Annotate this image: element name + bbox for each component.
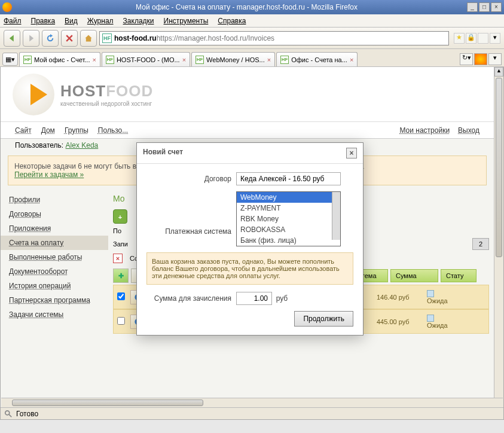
back-button[interactable] [4,30,20,47]
menu-tools[interactable]: Инструменты [164,17,209,25]
menu-help[interactable]: Справка [218,17,246,25]
site-header: HOSTFOOD качественный недорогой хостинг [1,67,494,122]
home-button[interactable] [80,30,97,47]
menu-edit[interactable]: Правка [31,17,56,25]
dialog-titlebar[interactable]: Новий счет × [137,143,363,164]
cell-sum: 445.00 руб [373,316,421,328]
extension-button[interactable] [474,53,487,65]
h-scroll-thumb[interactable] [12,400,203,406]
reload-button[interactable] [42,30,59,47]
site-top-nav: Сайт Дом Группы Пользо... Мои настройки … [1,122,494,139]
tab-favicon: HF [23,56,32,64]
horizontal-scrollbar[interactable] [1,398,503,407]
nav-settings[interactable]: Мои настройки [399,126,450,135]
menu-file[interactable]: Файл [4,17,22,25]
user-link[interactable]: Alex Keda [66,141,99,150]
sidebar-item[interactable]: Документооборот [1,264,108,279]
sidebar-item[interactable]: Профили [1,193,108,207]
dialog-close-button[interactable]: × [346,148,357,158]
lock-icon: 🔒 [466,33,476,44]
sidebar-item[interactable]: Счета на оплату [1,236,108,250]
amount-label: Сумма для зачисления [146,292,236,303]
row-checkbox[interactable] [114,317,128,326]
menu-bookmarks[interactable]: Закладки [123,17,154,25]
sidebar-item[interactable]: Договоры [1,207,108,221]
url-path: https://manager.host-food.ru/Invoices [157,34,274,42]
brand-name: HOSTFOOD [60,82,153,100]
tab-list-button[interactable]: ▦▾ [2,53,18,66]
paysystem-select[interactable]: WebMoneyZ-PAYMENTRBK MoneyROBOKASSAБанк … [236,191,341,246]
nav-site[interactable]: Сайт [15,126,32,135]
status-text: Готово [16,410,38,418]
scroll-thumb[interactable] [496,78,502,257]
settings-icon[interactable] [478,33,488,44]
left-sidebar: ПрофилиДоговорыПриложенияСчета на оплату… [1,189,108,336]
amount-unit: руб [276,294,288,303]
sidebar-item[interactable]: Выполненные работы [1,250,108,264]
vertical-scrollbar[interactable]: ▲ ▼ [494,67,503,419]
sidebar-item[interactable]: Партнерская программа [1,293,108,307]
warning-link[interactable]: Перейти к задачам » [14,170,84,179]
tab-favicon: HF [106,56,114,64]
nav-users[interactable]: Пользо... [98,126,128,135]
browser-tab-1[interactable]: HF Мой офис - Счет... × [19,52,100,66]
scroll-up-button[interactable]: ▲ [494,67,503,77]
maximize-button[interactable]: □ [479,2,490,12]
cell-sum: 146.40 руб [373,291,421,303]
menu-bar: Файл Правка Вид Журнал Закладки Инструме… [0,14,504,28]
paysystem-option[interactable]: Банк (физ. лица) [237,235,340,246]
col-status[interactable]: Стату [441,269,476,282]
paysystem-label: Платежная система [146,191,236,236]
tab-close-icon[interactable]: × [267,56,271,63]
nav-groups[interactable]: Группы [65,126,88,135]
menu-view[interactable]: Вид [65,17,78,25]
tab-close-icon[interactable]: × [350,56,353,63]
clear-icon[interactable]: × [113,254,123,263]
stop-button[interactable] [61,30,78,47]
sidebar-item[interactable]: История операций [1,279,108,293]
reload-tab-button[interactable]: ↻▾ [460,53,473,65]
amount-input[interactable] [236,292,272,305]
row-checkbox[interactable] [114,292,128,301]
tab-close-icon[interactable]: × [92,56,96,63]
nav-toolbar: HF host-food.ru https://manager.host-foo… [0,28,504,49]
nav-home[interactable]: Дом [41,126,55,135]
col-sum[interactable]: Сумма [390,269,438,282]
empty-cart-notice: Ваша корзина заказов пуста, однако, Вы м… [146,252,353,285]
new-invoice-dialog: Новий счет × Договор Платежная система W… [136,142,364,336]
arrow-icon [30,84,47,105]
browser-tab-4[interactable]: HF Офис - Счета на... × [276,52,358,66]
search-icon [4,410,13,418]
address-bar[interactable]: HF host-food.ru https://manager.host-foo… [99,31,449,45]
svg-line-15 [9,414,11,416]
page-2-button[interactable]: 2 [472,238,489,250]
forward-button[interactable] [23,30,39,47]
new-tab-button[interactable]: ▾ [488,53,502,65]
browser-tab-3[interactable]: HF WebMoney / HOS... × [191,52,275,66]
paysystem-option[interactable]: ROBOKASSA [237,224,340,235]
favorite-icon[interactable]: ★ [454,33,465,44]
paysystem-option[interactable]: RBK Money [237,214,340,224]
menu-history[interactable]: Журнал [87,17,114,25]
close-window-button[interactable]: × [491,2,502,12]
dropdown-icon[interactable]: ▾ [490,33,500,44]
grid-add-button[interactable]: ✚ [113,269,129,283]
minimize-button[interactable]: _ [467,2,478,12]
paysystem-option[interactable]: WebMoney [237,192,340,203]
brand-tagline: качественный недорогой хостинг [60,100,153,107]
sidebar-item[interactable]: Задачи системы [1,307,108,322]
select-scrollbar[interactable] [332,192,340,240]
search-prefix: По [113,227,121,234]
browser-tab-2[interactable]: HF HOST-FOOD - (MO... × [102,52,190,66]
add-button[interactable]: + [113,209,127,224]
svg-point-14 [5,410,10,414]
paysystem-option[interactable]: Z-PAYMENT [237,203,340,214]
status-bar: Готово [1,407,503,419]
continue-button[interactable]: Продолжить [294,311,353,327]
records-prefix: Запи [113,240,128,248]
tab-close-icon[interactable]: × [182,56,186,63]
contract-input[interactable] [236,172,341,185]
nav-logout[interactable]: Выход [458,126,479,135]
tab-label: Офис - Счета на... [291,56,347,63]
sidebar-item[interactable]: Приложения [1,221,108,236]
